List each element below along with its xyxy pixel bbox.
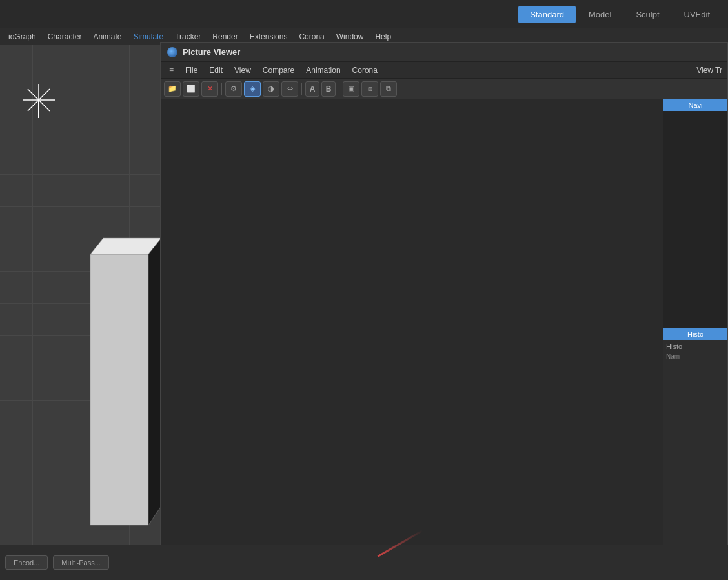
menu-render[interactable]: Render xyxy=(207,31,243,43)
grid-line-v2 xyxy=(65,45,65,545)
pv-tone-btn[interactable]: ◑ xyxy=(263,81,279,97)
encode-btn[interactable]: Encod... xyxy=(5,555,48,570)
pv-menu-viewtr[interactable]: View Tr xyxy=(691,65,727,76)
svg-line-7 xyxy=(28,100,39,111)
pv-render-region-btn[interactable]: ◈ xyxy=(244,81,261,97)
pv-right-panel: Navi Histo Histo Nam xyxy=(663,99,727,561)
pv-menu-file[interactable]: File xyxy=(180,65,203,76)
svg-marker-9 xyxy=(90,254,148,525)
bottom-bar: Encod... Multi-Pass... xyxy=(0,545,728,580)
pv-grid-btn[interactable]: ▣ xyxy=(343,81,359,97)
pv-open-folder-btn[interactable]: 📁 xyxy=(164,81,181,97)
navi-tab[interactable]: Navi xyxy=(663,99,727,111)
pv-content-area: Navi Histo Histo Nam xyxy=(161,99,727,561)
svg-marker-10 xyxy=(90,238,160,254)
pv-menu-view[interactable]: View xyxy=(229,65,256,76)
picture-viewer-panel: Picture Viewer ≡ File Edit View Compare … xyxy=(160,42,728,580)
menu-iograph[interactable]: ioGraph xyxy=(3,31,41,43)
svg-marker-11 xyxy=(148,238,160,525)
pv-fit-btn[interactable]: ⇔ xyxy=(281,81,298,97)
history-col-name: Nam xyxy=(666,353,725,360)
mode-sculpt-btn[interactable]: Sculpt xyxy=(624,6,671,23)
pv-title: Picture Viewer xyxy=(183,47,240,57)
pv-copy-right-btn[interactable]: ⧉ xyxy=(380,81,397,97)
pv-titlebar: Picture Viewer xyxy=(161,43,727,62)
pv-menu-edit[interactable]: Edit xyxy=(204,65,228,76)
pv-tb-sep2 xyxy=(301,83,302,95)
pv-menubar: ≡ File Edit View Compare Animation Coron… xyxy=(161,62,727,79)
pv-menu-corona[interactable]: Corona xyxy=(347,65,383,76)
pv-save-btn[interactable]: ⬜ xyxy=(183,81,199,97)
pv-canvas xyxy=(161,99,663,561)
grid-line-v1 xyxy=(32,45,33,545)
mode-model-btn[interactable]: Model xyxy=(577,6,623,23)
menu-help[interactable]: Help xyxy=(370,31,396,43)
grid-line-h2 xyxy=(0,206,160,207)
menu-window[interactable]: Window xyxy=(331,31,369,43)
svg-line-4 xyxy=(28,89,39,100)
left-viewport xyxy=(0,45,160,545)
pv-a-btn[interactable]: A xyxy=(305,81,319,97)
multipass-btn[interactable]: Multi-Pass... xyxy=(53,555,109,570)
history-section: Histo Nam xyxy=(663,340,727,562)
svg-line-6 xyxy=(39,89,50,100)
pv-menu-animation[interactable]: Animation xyxy=(301,65,345,76)
grid-line-h1 xyxy=(0,174,160,175)
history-title: Histo xyxy=(666,343,725,350)
pv-close-btn[interactable]: ✕ xyxy=(201,81,218,97)
scene-background xyxy=(0,45,160,545)
top-mode-bar: Standard Model Sculpt UVEdit xyxy=(0,0,728,28)
menu-simulate[interactable]: Simulate xyxy=(128,31,168,43)
3d-box xyxy=(77,235,142,512)
axis-indicator xyxy=(13,81,65,119)
cinema4d-logo-icon xyxy=(167,47,177,57)
pv-toolbar: 📁 ⬜ ✕ ⚙ ◈ ◑ ⇔ A B ▣ ⧈ ⧉ xyxy=(161,79,727,99)
menu-animate[interactable]: Animate xyxy=(88,31,126,43)
pv-settings-btn[interactable]: ⚙ xyxy=(225,81,242,97)
history-tab[interactable]: Histo xyxy=(663,328,727,340)
pv-tb-sep1 xyxy=(221,83,222,95)
pv-tb-sep3 xyxy=(339,83,339,95)
menu-character[interactable]: Character xyxy=(43,31,87,43)
pv-menu-hamburger[interactable]: ≡ xyxy=(164,65,179,76)
pv-b-btn[interactable]: B xyxy=(321,81,336,97)
menu-tracker[interactable]: Tracker xyxy=(170,31,206,43)
svg-line-5 xyxy=(39,100,50,111)
mode-uvedit-btn[interactable]: UVEdit xyxy=(672,6,722,23)
menu-corona[interactable]: Corona xyxy=(294,31,329,43)
pv-copy-left-btn[interactable]: ⧈ xyxy=(361,81,378,97)
navi-view xyxy=(663,111,727,328)
mode-standard-btn[interactable]: Standard xyxy=(518,6,576,23)
menu-extensions[interactable]: Extensions xyxy=(245,31,293,43)
pv-menu-compare[interactable]: Compare xyxy=(258,65,299,76)
